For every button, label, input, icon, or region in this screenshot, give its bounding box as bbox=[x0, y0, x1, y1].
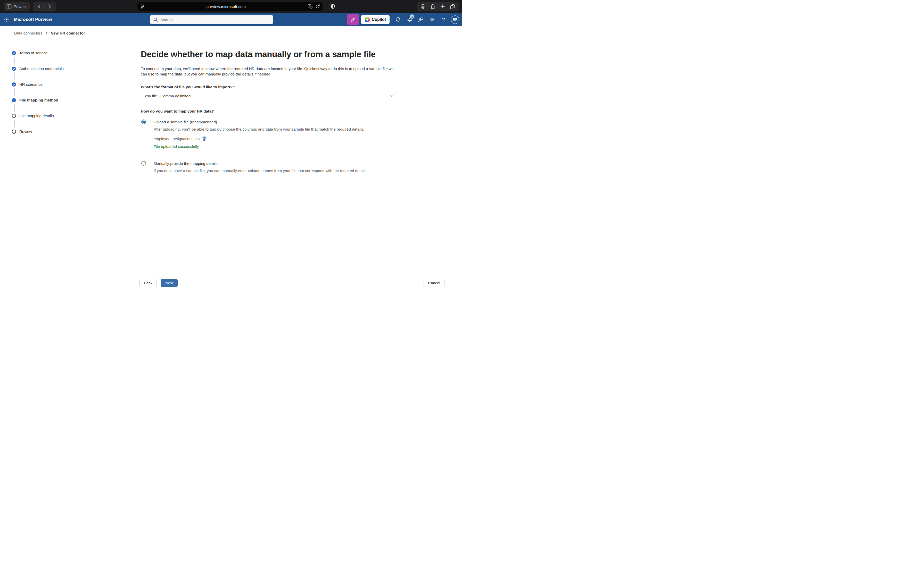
downloads-icon[interactable] bbox=[418, 2, 428, 11]
copilot-label: Copilot bbox=[372, 17, 386, 22]
breadcrumb-data-connectors[interactable]: Data connectors bbox=[14, 31, 42, 35]
forward-nav-button[interactable] bbox=[45, 2, 55, 11]
page-title: Decide whether to map data manually or f… bbox=[141, 50, 397, 59]
file-format-selected-value: .csv file - Comma delimited bbox=[144, 94, 390, 98]
breadcrumb-chevron-icon bbox=[45, 31, 47, 35]
back-button[interactable]: Back bbox=[139, 279, 157, 287]
copilot-icon bbox=[365, 17, 370, 22]
tab-overview-icon[interactable] bbox=[448, 2, 457, 11]
option-label[interactable]: Manually provide the mapping details bbox=[153, 161, 397, 166]
rocket-icon bbox=[350, 16, 356, 23]
step-terms-of-service[interactable]: Terms of service bbox=[12, 50, 128, 66]
file-format-dropdown[interactable]: .csv file - Comma delimited bbox=[141, 92, 397, 100]
required-asterisk: * bbox=[233, 85, 235, 89]
cancel-button[interactable]: Cancel bbox=[423, 279, 444, 287]
private-browsing-badge[interactable]: Private bbox=[3, 2, 30, 11]
notifications-button[interactable] bbox=[393, 13, 404, 26]
map-method-question: How do you want to map your HR data? bbox=[141, 109, 397, 113]
breadcrumb: Data connectors New HR connector bbox=[0, 26, 462, 40]
option-description: After uploading, you'll be able to quick… bbox=[153, 126, 397, 132]
settings-button[interactable]: ⚙ bbox=[426, 13, 438, 26]
option-manual-mapping: Manually provide the mapping details If … bbox=[141, 161, 397, 173]
browser-toolbar-group bbox=[417, 2, 459, 11]
step-label: Authentication credentials bbox=[19, 66, 64, 71]
breadcrumb-current-page: New HR connector bbox=[50, 31, 85, 35]
search-input[interactable] bbox=[160, 18, 270, 22]
sidebar-toggle-icon[interactable] bbox=[6, 4, 11, 9]
account-avatar[interactable]: RR bbox=[451, 15, 459, 24]
purview-app-header: Microsoft Purview bbox=[0, 13, 462, 26]
notification-count-badge: 1 bbox=[410, 15, 414, 19]
search-box[interactable] bbox=[150, 15, 273, 24]
help-icon: ? bbox=[442, 17, 445, 23]
app-launcher-waffle-icon[interactable] bbox=[1, 13, 12, 26]
step-authentication-credentials[interactable]: Authentication credentials bbox=[12, 66, 128, 82]
step-completed-icon bbox=[12, 67, 16, 71]
step-label: HR scenarios bbox=[19, 82, 42, 87]
step-label: File mapping method bbox=[19, 98, 58, 102]
step-label: Review bbox=[19, 129, 32, 134]
translate-icon[interactable]: A 文 bbox=[308, 4, 313, 9]
gear-icon: ⚙ bbox=[430, 17, 435, 23]
delete-file-button[interactable] bbox=[202, 137, 206, 141]
step-upcoming-icon bbox=[12, 130, 16, 134]
reload-icon[interactable] bbox=[315, 4, 320, 9]
step-hr-scenarios[interactable]: HR scenarios bbox=[12, 82, 128, 98]
bell-icon bbox=[396, 17, 401, 23]
step-file-mapping-method[interactable]: File mapping method bbox=[12, 98, 128, 113]
page-settings-icon[interactable] bbox=[140, 4, 145, 9]
step-current-icon bbox=[12, 98, 16, 102]
step-upcoming-icon bbox=[12, 114, 16, 118]
announcements-button[interactable]: 1 bbox=[404, 13, 415, 26]
search-icon bbox=[153, 18, 158, 22]
step-completed-icon bbox=[12, 82, 16, 87]
copilot-button[interactable]: Copilot bbox=[361, 15, 389, 24]
wizard-footer: Back Next Cancel bbox=[0, 277, 462, 288]
step-review[interactable]: Review bbox=[12, 129, 128, 145]
upload-sample-radio[interactable] bbox=[141, 119, 146, 124]
next-button[interactable]: Next bbox=[161, 279, 178, 287]
url-text: purview.microsoft.com bbox=[145, 4, 308, 9]
chevron-down-icon bbox=[390, 95, 394, 97]
step-label: File mapping details bbox=[19, 114, 53, 118]
feedback-person-icon bbox=[418, 17, 423, 23]
share-icon[interactable] bbox=[428, 2, 438, 11]
option-description: If you don't have a sample file, you can… bbox=[153, 168, 397, 173]
upload-success-message: File uploaded successfully bbox=[153, 144, 397, 148]
wizard-stepper: Terms of service Authentication credenti… bbox=[0, 40, 128, 277]
privacy-shield-button[interactable] bbox=[328, 2, 337, 11]
trash-icon bbox=[202, 137, 206, 141]
file-format-question: What's the format of file you would like… bbox=[141, 85, 397, 89]
back-nav-button[interactable] bbox=[34, 2, 44, 11]
uploaded-file-name: employee_resignations.csv bbox=[153, 137, 200, 141]
option-label[interactable]: Upload a sample file (recommended) bbox=[153, 119, 397, 124]
whats-new-rocket-button[interactable] bbox=[347, 14, 359, 25]
step-file-mapping-details[interactable]: File mapping details bbox=[12, 113, 128, 129]
help-button[interactable]: ? bbox=[438, 13, 449, 26]
nav-controls bbox=[33, 2, 56, 11]
new-tab-icon[interactable] bbox=[438, 2, 447, 11]
address-bar[interactable]: purview.microsoft.com A 文 bbox=[137, 2, 323, 11]
option-upload-sample-file: Upload a sample file (recommended) After… bbox=[141, 119, 397, 148]
browser-chrome: Private purview.microsoft.com A bbox=[0, 0, 462, 13]
app-title: Microsoft Purview bbox=[14, 17, 52, 22]
svg-text:文: 文 bbox=[310, 6, 312, 8]
private-label: Private bbox=[14, 4, 26, 9]
feedback-button[interactable] bbox=[415, 13, 426, 26]
step-label: Terms of service bbox=[19, 51, 47, 55]
page-intro: To connect to your data, we'll need to k… bbox=[141, 66, 397, 77]
step-completed-icon bbox=[12, 51, 16, 55]
manual-mapping-radio[interactable] bbox=[141, 161, 146, 166]
